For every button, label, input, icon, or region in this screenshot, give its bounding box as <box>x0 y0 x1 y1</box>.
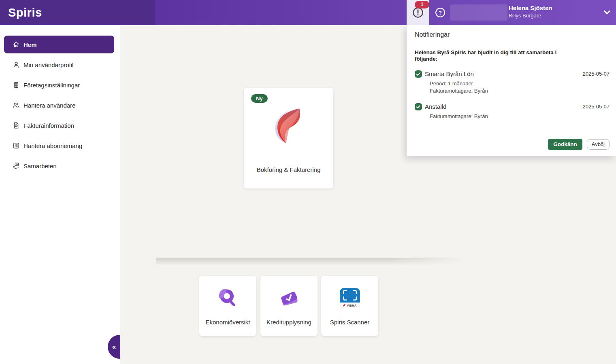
app-card-label: Bokföring & Fakturering <box>244 166 333 173</box>
collaboration-icon <box>12 162 20 170</box>
notification-item-title: Smarta Byrån Lön <box>425 70 474 78</box>
app-card-label: Ekonomiöversikt <box>199 319 256 326</box>
notification-item-detail: Fakturamottagare: Byrån <box>430 87 610 95</box>
notification-count-badge: 1 <box>415 1 429 8</box>
sidebar-item-foretagsinstallningar[interactable]: Företagsinställningar <box>4 76 114 94</box>
section-divider-shadow <box>156 258 467 266</box>
app-card-spiris-scanner[interactable]: VISMA Spiris Scanner <box>321 276 378 336</box>
visma-mini-flame-icon <box>343 304 346 307</box>
visma-flame-logo-icon <box>266 105 311 150</box>
notification-item-date: 2025-05-07 <box>583 103 610 110</box>
sidebar-item-label: Fakturainformation <box>23 122 74 129</box>
notification-message: Helenas Byrå Spiris har bjudit in dig ti… <box>415 49 563 62</box>
svg-text:$: $ <box>15 125 17 127</box>
notification-item-detail: Fakturamottagare: Byrån <box>430 113 610 120</box>
check-badge-icon <box>415 103 422 110</box>
invoice-icon: $ <box>12 121 20 129</box>
decline-button[interactable]: Avböj <box>587 139 610 150</box>
collapse-chevrons-icon: « <box>112 343 116 351</box>
approve-button[interactable]: Godkänn <box>548 139 582 150</box>
header-toolbar: 1 ? Helena Sjösten Billys Burgare <box>155 0 616 25</box>
app-logo: Spiris <box>8 0 42 25</box>
sidebar-item-fakturainformation[interactable]: $ Fakturainformation <box>4 116 114 134</box>
sidebar-item-label: Min användarprofil <box>23 61 73 68</box>
scanner-brand-text: VISMA <box>347 304 356 307</box>
building-icon <box>12 81 20 89</box>
new-badge: Ny <box>251 94 268 103</box>
notification-item-title: Anställd <box>425 103 446 110</box>
top-header: Spiris 1 ? Helena Sjösten Bill <box>0 0 616 25</box>
user-name: Helena Sjösten <box>509 4 552 12</box>
notifications-title: Notifieringar <box>407 25 616 44</box>
notification-item: Anställd 2025-05-07 Fakturamottagare: By… <box>415 103 610 120</box>
sidebar-item-hantera-abonnemang[interactable]: Hantera abonnemang <box>4 137 114 154</box>
notification-item-detail: Period: 1 månader <box>430 80 610 87</box>
sidebar-item-label: Hantera användare <box>23 102 75 109</box>
credit-check-icon <box>277 286 301 310</box>
sidebar-item-hem[interactable]: Hem <box>4 36 114 53</box>
header-brand-area: Spiris <box>0 0 155 25</box>
sidebar: Hem Min användarprofil Företagsinställni… <box>0 25 120 364</box>
user-menu-highlight[interactable] <box>450 4 507 21</box>
notification-item-date: 2025-05-07 <box>583 70 610 78</box>
question-circle-icon: ? <box>435 7 446 18</box>
app-card-kreditupplysning[interactable]: Kreditupplysning <box>260 276 318 336</box>
sidebar-item-label: Företagsinställningar <box>23 82 80 89</box>
sidebar-collapse-button[interactable]: « <box>108 335 120 359</box>
app-card-bokforing-fakturering[interactable]: Ny Bokföring & Fakturering <box>244 88 333 188</box>
user-icon <box>12 61 20 69</box>
sidebar-item-label: Hem <box>23 41 37 48</box>
user-menu-toggle[interactable] <box>603 9 612 16</box>
notification-item: Smarta Byrån Lön 2025-05-07 Period: 1 må… <box>415 70 610 95</box>
users-icon <box>12 101 20 109</box>
app-card-ekonomioversikt[interactable]: Ekonomiöversikt <box>199 276 256 336</box>
sidebar-item-hantera-anvandare[interactable]: Hantera användare <box>4 96 114 114</box>
chevron-down-icon <box>603 9 612 16</box>
notifications-panel: Notifieringar Helenas Byrå Spiris har bj… <box>407 25 616 156</box>
pie-magnifier-icon <box>216 286 240 310</box>
user-menu[interactable]: Helena Sjösten Billys Burgare <box>509 4 552 19</box>
scanner-app-icon: VISMA <box>340 288 360 308</box>
app-card-label: Spiris Scanner <box>321 319 378 326</box>
check-badge-icon <box>415 70 422 78</box>
user-company: Billys Burgare <box>509 12 552 19</box>
scan-frame-icon <box>340 288 360 303</box>
help-button[interactable]: ? <box>435 7 446 18</box>
sidebar-item-samarbeten[interactable]: Samarbeten <box>4 157 114 175</box>
svg-text:?: ? <box>439 10 442 16</box>
home-icon <box>12 40 20 49</box>
sidebar-item-label: Hantera abonnemang <box>23 142 82 149</box>
app-card-label: Kreditupplysning <box>260 319 318 326</box>
notifications-button[interactable]: 1 <box>407 0 429 25</box>
sliders-icon <box>12 142 20 150</box>
sidebar-item-min-anvandarprofil[interactable]: Min användarprofil <box>4 56 114 74</box>
app-root: Spiris 1 ? Helena Sjösten Bill <box>0 0 616 364</box>
sidebar-item-label: Samarbeten <box>23 163 57 169</box>
